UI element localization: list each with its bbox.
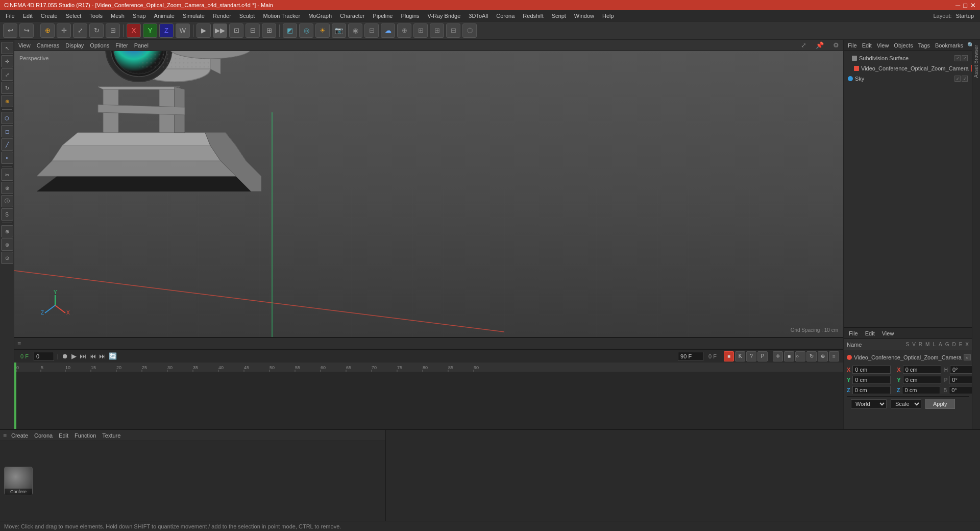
tl-play-btn[interactable]: ▶ bbox=[71, 352, 77, 360]
sidebar-edge[interactable]: ╱ bbox=[1, 138, 13, 151]
menu-plugins[interactable]: Plugins bbox=[397, 12, 423, 20]
menu-select[interactable]: Select bbox=[62, 12, 85, 20]
menu-redshift[interactable]: Redshift bbox=[519, 12, 547, 20]
om-menu-bookmarks[interactable]: Bookmarks bbox=[933, 42, 965, 49]
menu-corona[interactable]: Corona bbox=[493, 12, 518, 20]
tl-nav6[interactable]: ≡ bbox=[829, 351, 839, 361]
coord-z-pos-input[interactable] bbox=[852, 386, 891, 394]
coord-z-rot-input[interactable] bbox=[902, 386, 940, 394]
badge-sky-r[interactable]: ✓ bbox=[962, 76, 968, 82]
sphere-btn[interactable]: ◎ bbox=[299, 23, 313, 38]
tl-end-frame-input[interactable] bbox=[678, 352, 703, 361]
viewport-menu-panel[interactable]: Panel bbox=[134, 42, 149, 49]
world-coord-btn[interactable]: W bbox=[176, 23, 190, 38]
tl-loop-btn[interactable]: 🔄 bbox=[109, 352, 117, 360]
viewport-menu-display[interactable]: Display bbox=[65, 42, 84, 49]
mat-menu-function[interactable]: Function bbox=[73, 432, 97, 439]
viewport-pin-btn[interactable]: 📌 bbox=[816, 41, 824, 49]
rotate-btn[interactable]: ↻ bbox=[89, 23, 104, 38]
sidebar-pointer[interactable]: ↖ bbox=[1, 42, 13, 54]
sidebar-sculpt3[interactable]: ⊙ bbox=[1, 252, 13, 264]
apply-button[interactable]: Apply bbox=[925, 399, 955, 409]
mat-toggle-icon[interactable]: ≡ bbox=[3, 432, 7, 439]
minimize-btn[interactable]: ─ bbox=[955, 2, 960, 9]
menu-mograph[interactable]: MoGraph bbox=[305, 12, 335, 20]
om-menu-file[interactable]: File bbox=[846, 42, 859, 49]
material-thumb-confere[interactable]: Confere bbox=[4, 467, 33, 495]
y-axis-btn[interactable]: Y bbox=[143, 23, 157, 38]
light-btn[interactable]: ☀ bbox=[315, 23, 330, 38]
redo-btn[interactable]: ↪ bbox=[19, 23, 34, 38]
attr-icon-1[interactable]: ○ bbox=[964, 354, 971, 360]
om-menu-objects[interactable]: Objects bbox=[892, 42, 915, 49]
render-preview-btn[interactable]: ▶ bbox=[197, 23, 211, 38]
window-controls[interactable]: ─ □ ✕ bbox=[955, 2, 976, 9]
attr-menu-edit[interactable]: Edit bbox=[863, 330, 877, 336]
menu-help[interactable]: Help bbox=[599, 12, 618, 20]
menu-snap[interactable]: Snap bbox=[129, 12, 150, 20]
om-menu-view[interactable]: View bbox=[875, 42, 891, 49]
menu-mesh[interactable]: Mesh bbox=[107, 12, 128, 20]
sidebar-polygon[interactable]: ◻ bbox=[1, 125, 13, 137]
sidebar-sculpt2[interactable]: ⊗ bbox=[1, 238, 13, 251]
menu-animate[interactable]: Animate bbox=[151, 12, 178, 20]
coord-x-pos-input[interactable] bbox=[852, 366, 891, 374]
om-menu-tags[interactable]: Tags bbox=[916, 42, 932, 49]
live-select-btn[interactable]: ⊕ bbox=[40, 23, 55, 38]
tl-nav4[interactable]: ↻ bbox=[806, 351, 817, 361]
viewport-3d[interactable]: Perspective Grid Spacing : 10 cm X Y Z bbox=[14, 51, 843, 337]
tl-mode-q[interactable]: ? bbox=[746, 351, 756, 361]
tl-mode-stop[interactable]: ■ bbox=[724, 351, 734, 361]
menu-3dtoall[interactable]: 3DToAll bbox=[465, 12, 492, 20]
coord-x-rot-input[interactable] bbox=[903, 366, 941, 374]
move-btn[interactable]: ✛ bbox=[57, 23, 71, 38]
sidebar-iron[interactable]: Ⓘ bbox=[1, 195, 13, 207]
viewport-settings-btn[interactable]: ⚙ bbox=[833, 41, 839, 49]
tl-nav3[interactable]: ○ bbox=[795, 351, 805, 361]
asset-browser-label[interactable]: Asset Browser bbox=[972, 42, 980, 81]
viewport-menu-filter[interactable]: Filter bbox=[115, 42, 128, 49]
mat-menu-edit[interactable]: Edit bbox=[57, 432, 70, 439]
maximize-btn[interactable]: □ bbox=[963, 2, 967, 9]
coord-y-rot-input[interactable] bbox=[903, 376, 941, 384]
menu-script[interactable]: Script bbox=[548, 12, 570, 20]
tl-next-btn[interactable]: ⏭ bbox=[99, 352, 106, 360]
render-active-btn[interactable]: ⊞ bbox=[262, 23, 276, 38]
sidebar-mesh[interactable]: ⬡ bbox=[1, 112, 13, 124]
render-btn[interactable]: ▶▶ bbox=[213, 23, 227, 38]
coord-b-input[interactable] bbox=[949, 386, 974, 394]
undo-btn[interactable]: ↩ bbox=[3, 23, 17, 38]
scale-mode-select[interactable]: Scale Size bbox=[891, 399, 921, 408]
menu-tools[interactable]: Tools bbox=[86, 12, 106, 20]
om-menu-edit[interactable]: Edit bbox=[860, 42, 874, 49]
mat-menu-texture[interactable]: Texture bbox=[101, 432, 122, 439]
menu-create[interactable]: Create bbox=[37, 12, 61, 20]
sidebar-magnet[interactable]: ⊛ bbox=[1, 182, 13, 194]
layout-value[interactable]: Startup bbox=[956, 13, 978, 19]
tl-mode-key[interactable]: K bbox=[735, 351, 745, 361]
z-axis-btn[interactable]: Z bbox=[159, 23, 174, 38]
material-btn[interactable]: ◉ bbox=[348, 23, 362, 38]
menu-edit[interactable]: Edit bbox=[19, 12, 36, 20]
menu-sculpt[interactable]: Sculpt bbox=[236, 12, 259, 20]
badge-r[interactable]: ✓ bbox=[962, 55, 968, 61]
menu-vray[interactable]: V-Ray Bridge bbox=[424, 12, 464, 20]
tl-mode-p[interactable]: P bbox=[757, 351, 768, 361]
tl-prev-btn[interactable]: ⏮ bbox=[89, 352, 96, 360]
sidebar-active[interactable]: ⊕ bbox=[1, 95, 13, 107]
sky-btn[interactable]: ☁ bbox=[381, 23, 395, 38]
deformer-btn[interactable]: ⊕ bbox=[397, 23, 411, 38]
attr-menu-file[interactable]: File bbox=[847, 330, 860, 336]
sidebar-point[interactable]: • bbox=[1, 152, 13, 164]
viewport-expand-btn[interactable]: ⤢ bbox=[801, 41, 806, 49]
tl-record-btn[interactable]: ⏺ bbox=[62, 352, 68, 360]
camera-obj-btn[interactable]: 📷 bbox=[332, 23, 346, 38]
tl-nav5[interactable]: ⊕ bbox=[818, 351, 828, 361]
mat-menu-create[interactable]: Create bbox=[10, 432, 30, 439]
tl-nav2[interactable]: ■ bbox=[784, 351, 794, 361]
ngon-btn[interactable]: ⬡ bbox=[462, 23, 477, 38]
render-region-btn[interactable]: ⊟ bbox=[246, 23, 260, 38]
floor-btn[interactable]: ⊟ bbox=[364, 23, 379, 38]
object-item-sky[interactable]: Sky ✓ ✓ bbox=[844, 74, 972, 84]
tl-menu-icon[interactable]: ≡ bbox=[17, 340, 21, 347]
